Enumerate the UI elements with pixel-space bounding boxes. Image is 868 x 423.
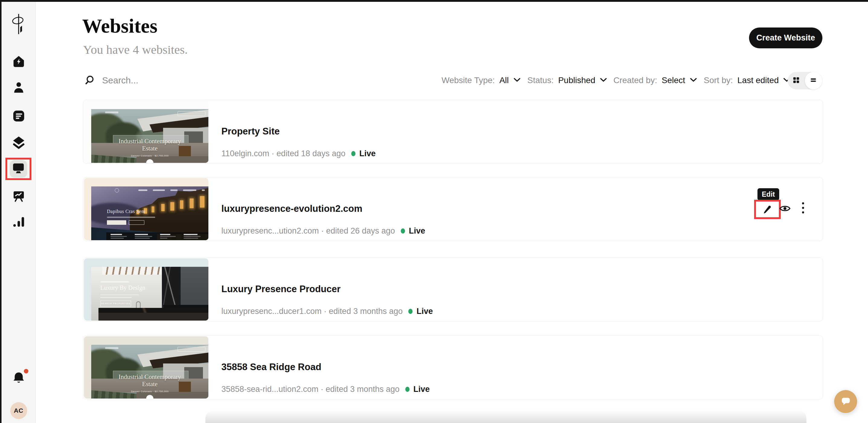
kebab-menu-icon [801,202,805,215]
filter-value: Select [662,75,685,85]
create-website-button[interactable]: Create Website [749,28,823,48]
more-options-button[interactable] [797,201,810,215]
annotation-websites-highlight [5,158,31,180]
bell-icon [11,371,26,387]
page-subtitle: You have 4 websites. [83,42,188,57]
grid-view-button[interactable] [788,72,805,89]
filter-label: Status: [527,75,554,85]
website-name[interactable]: luxurypresence-evolution2.com [221,203,363,214]
thumb-hero-title: Industrial Contemporary Estate [91,138,208,152]
sidebar-logo[interactable] [1,13,36,42]
annotation-edit-highlight [754,200,781,219]
website-thumbnail[interactable]: Luxury By Design SEARCH PROPERTIES [84,258,208,321]
thumb-nav-text [105,347,118,349]
luxury-presence-logo-icon [11,13,26,42]
filter-created-by[interactable]: Created by: Select [613,74,697,87]
sidebar-item-layers[interactable] [10,134,28,152]
website-row[interactable]: Industrial Contemporary Estate Denver Co… [83,100,823,164]
preview-button[interactable] [778,202,792,216]
website-meta: 110elgin.com · edited 18 days ago [221,149,345,158]
thumb-hero-subtitle: Denver Colorado · $2,750,000 [91,154,208,157]
filter-sort-by[interactable]: Sort by: Last edited [704,74,790,87]
website-row[interactable]: Industrial Contemporary Estate Denver Co… [83,335,823,399]
sidebar-item-content[interactable] [10,108,28,125]
thumb-small-text-bar [100,297,132,298]
filter-value: Published [558,75,595,85]
monitor-icon [11,161,25,177]
notifications-button[interactable] [10,370,28,388]
sidebar-item-contacts[interactable] [10,80,28,97]
thumb-nav-button [178,347,205,352]
thumb-search-properties-button: SEARCH PROPERTIES [100,301,131,306]
website-row[interactable]: Luxury By Design SEARCH PROPERTIES Luxur… [83,258,823,322]
page-title: Websites [82,14,157,37]
live-status-label: Live [409,226,425,236]
eye-icon [779,204,791,214]
thumb-nav-button [178,111,205,116]
chat-bubble-icon [839,395,852,409]
live-status-label: Live [413,385,430,394]
thumb-secondary-button [129,220,144,225]
thumbnail-preview-estate: Industrial Contemporary Estate Denver Co… [91,345,208,398]
thumbnail-preview-producer: Luxury By Design SEARCH PROPERTIES [91,267,208,321]
thumbnail-preview-estate: Industrial Contemporary Estate Denver Co… [91,109,208,163]
user-avatar[interactable]: AC [10,402,27,419]
website-meta-row: 35858-sea-rid...ution2.com · edited 3 mo… [221,385,430,394]
search-input[interactable] [102,74,232,87]
website-meta: luxurypresenc...ducer1.com · edited 3 mo… [221,307,403,316]
chevron-down-icon [600,78,607,83]
thumb-faucet [136,301,141,308]
filter-label: Website Type: [441,75,495,85]
website-name[interactable]: Property Site [221,126,280,137]
website-meta-row: luxurypresenc...ution2.com · edited 26 d… [221,226,425,236]
website-thumbnail[interactable]: Dapibus Cras Sem [84,178,208,240]
notification-badge [24,369,28,373]
chevron-down-icon [514,78,521,83]
sidebar-item-analytics[interactable] [10,213,28,231]
grid-icon [792,76,800,85]
edit-button[interactable] [760,202,775,217]
sidebar-item-websites[interactable] [10,160,27,178]
bar-chart-icon [12,214,26,229]
filter-value: All [499,75,508,85]
thumb-nav-links [138,189,205,191]
filter-label: Created by: [613,75,657,85]
thumb-hero-subtitle-bar [107,217,155,218]
thumb-footer [106,232,208,240]
thumb-eyebrow-bar [100,281,129,282]
thumbnail-preview-evolution: Dapibus Cras Sem [91,186,208,240]
thumb-hero-title: Luxury By Design [100,284,145,291]
website-meta: 35858-sea-rid...ution2.com · edited 3 mo… [221,385,400,394]
layers-icon [11,135,26,151]
website-row[interactable]: Dapibus Cras Sem luxurypresence-evolutio… [83,177,823,241]
document-icon [12,109,26,124]
pencil-icon [762,204,773,215]
website-meta: luxurypresenc...ution2.com · edited 26 d… [221,226,395,236]
avatar-initials: AC [14,407,23,414]
thumb-cta-button [107,220,126,225]
sidebar-item-home[interactable] [10,54,28,71]
website-name[interactable]: Luxury Presence Producer [221,284,341,295]
website-thumbnail[interactable]: Industrial Contemporary Estate Denver Co… [84,336,208,398]
list-icon [809,76,817,85]
thumb-island-counter [98,308,208,313]
website-thumbnail[interactable]: Industrial Contemporary Estate Denver Co… [84,101,208,163]
thumb-island-base [98,313,208,321]
sidebar-item-presentations[interactable] [10,188,28,206]
live-status-dot [351,151,355,156]
list-view-button[interactable] [805,72,823,89]
website-meta-row: luxurypresenc...ducer1.com · edited 3 mo… [221,307,433,316]
thumb-site-logo [115,188,119,192]
thumb-hero-subtitle: Denver Colorado · $2,750,000 [91,390,208,393]
filter-status[interactable]: Status: Published [527,74,607,87]
next-section-shadow [205,410,806,423]
thumb-divider [100,295,139,295]
filter-website-type[interactable]: Website Type: All [441,74,521,87]
presentation-chart-icon [12,190,26,205]
sidebar: AC [1,2,36,423]
thumb-hero-title: Dapibus Cras Sem [107,209,145,214]
website-name[interactable]: 35858 Sea Ridge Road [221,362,321,372]
website-meta-row: 110elgin.com · edited 18 days ago Live [221,149,376,158]
live-status-label: Live [416,307,433,316]
chat-launcher-button[interactable] [834,390,857,413]
